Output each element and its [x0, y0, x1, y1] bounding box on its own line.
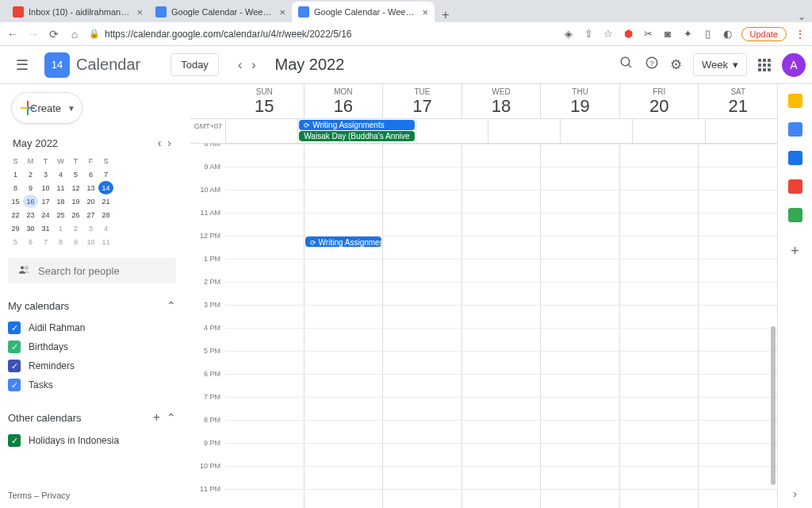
- allday-cell[interactable]: [560, 119, 632, 143]
- time-cell[interactable]: [304, 490, 383, 508]
- time-cell[interactable]: [619, 352, 699, 374]
- time-cell[interactable]: [540, 237, 619, 259]
- allday-cell[interactable]: [705, 119, 777, 143]
- update-button[interactable]: Update: [741, 27, 787, 41]
- day-header[interactable]: SAT21: [698, 84, 777, 118]
- time-cell[interactable]: [225, 329, 304, 351]
- time-cell[interactable]: [382, 467, 462, 489]
- share-icon[interactable]: ⇧: [583, 28, 595, 40]
- time-cell[interactable]: [619, 167, 699, 190]
- browser-tab[interactable]: Inbox (10) - aidilrahman017@g×: [6, 2, 149, 22]
- time-cell[interactable]: [619, 190, 699, 213]
- time-cell[interactable]: [304, 398, 383, 420]
- time-cell[interactable]: [382, 398, 462, 420]
- mini-day[interactable]: 13: [83, 181, 98, 194]
- sidepanel-app-icon[interactable]: [788, 122, 802, 137]
- time-cell[interactable]: [382, 144, 462, 167]
- calendar-checkbox[interactable]: [8, 321, 21, 334]
- time-cell[interactable]: [304, 375, 383, 397]
- time-cell[interactable]: [698, 283, 777, 305]
- calendar-item[interactable]: Holidays in Indonesia: [8, 431, 176, 450]
- time-cell[interactable]: [304, 306, 383, 328]
- time-cell[interactable]: [540, 144, 619, 167]
- time-cell[interactable]: [225, 352, 304, 374]
- time-cell[interactable]: [382, 167, 462, 190]
- mini-prev-icon[interactable]: ‹: [158, 137, 162, 149]
- mini-day[interactable]: 3: [83, 221, 98, 235]
- close-tab-icon[interactable]: ×: [422, 6, 428, 18]
- today-button[interactable]: Today: [170, 53, 219, 76]
- allday-event[interactable]: ⟳Writing Assignments: [299, 120, 414, 130]
- ext-icon-3[interactable]: ◙: [662, 28, 674, 40]
- time-cell[interactable]: [304, 352, 383, 374]
- time-cell[interactable]: [225, 214, 304, 236]
- view-selector[interactable]: Week ▾: [693, 53, 747, 76]
- time-cell[interactable]: [619, 467, 699, 489]
- time-cell[interactable]: [462, 444, 541, 466]
- time-cell[interactable]: [619, 421, 699, 443]
- time-cell[interactable]: [304, 444, 383, 466]
- mini-next-icon[interactable]: ›: [167, 137, 171, 149]
- mini-day[interactable]: 4: [98, 221, 113, 235]
- time-cell[interactable]: [540, 352, 619, 374]
- time-cell[interactable]: [382, 421, 462, 443]
- time-cell[interactable]: [382, 190, 462, 213]
- time-cell[interactable]: [225, 306, 304, 328]
- time-cell[interactable]: [698, 375, 777, 397]
- back-icon[interactable]: ←: [6, 28, 19, 40]
- mini-day[interactable]: 10: [83, 235, 98, 248]
- search-icon[interactable]: [619, 56, 634, 74]
- ext-icon-4[interactable]: ▯: [702, 28, 714, 40]
- mini-cal-title[interactable]: May 2022: [13, 137, 58, 149]
- time-cell[interactable]: [225, 467, 304, 489]
- ext-icon[interactable]: ◈: [563, 28, 575, 40]
- time-cell[interactable]: [619, 214, 699, 236]
- time-cell[interactable]: [382, 306, 462, 328]
- time-cell[interactable]: [462, 283, 541, 305]
- calendar-checkbox[interactable]: [8, 434, 21, 447]
- day-header[interactable]: THU19: [540, 84, 619, 118]
- time-cell[interactable]: [698, 421, 777, 443]
- other-calendars-toggle[interactable]: Other calendars +⌃: [8, 409, 176, 426]
- time-cell[interactable]: [225, 260, 304, 282]
- time-cell[interactable]: [225, 237, 304, 259]
- close-tab-icon[interactable]: ×: [279, 6, 285, 18]
- time-cell[interactable]: [462, 421, 541, 443]
- time-cell[interactable]: [462, 467, 541, 489]
- search-people-input[interactable]: [38, 265, 167, 277]
- time-cell[interactable]: [698, 167, 777, 190]
- browser-tab[interactable]: Google Calendar - Week of 15×: [292, 2, 435, 22]
- mini-day[interactable]: 20: [83, 194, 98, 208]
- mini-day[interactable]: 23: [23, 208, 38, 221]
- time-cell[interactable]: [225, 283, 304, 305]
- time-cell[interactable]: [225, 444, 304, 466]
- time-cell[interactable]: [540, 283, 619, 305]
- mini-day[interactable]: 11: [53, 181, 68, 194]
- time-cell[interactable]: [382, 329, 462, 351]
- create-button[interactable]: Create ▼: [11, 92, 82, 124]
- mini-day[interactable]: 2: [23, 167, 38, 181]
- time-cell[interactable]: [462, 214, 541, 236]
- mini-day[interactable]: 21: [98, 194, 113, 208]
- collapse-panel-icon[interactable]: ›: [793, 487, 797, 500]
- time-grid[interactable]: 8 AM9 AM10 AM11 AM12 PM⟳Writing Assignme…: [190, 144, 777, 508]
- time-cell[interactable]: [540, 421, 619, 443]
- time-cell[interactable]: [540, 260, 619, 282]
- time-cell[interactable]: [462, 398, 541, 420]
- sidepanel-app-icon[interactable]: [788, 208, 802, 222]
- mini-day[interactable]: 15: [8, 194, 23, 208]
- time-cell[interactable]: [225, 421, 304, 443]
- time-cell[interactable]: [382, 352, 462, 374]
- time-cell[interactable]: [225, 167, 304, 190]
- mini-day[interactable]: 8: [53, 235, 68, 248]
- my-calendars-toggle[interactable]: My calendars ⌃: [8, 298, 176, 314]
- star-icon[interactable]: ☆: [603, 28, 615, 40]
- mini-day[interactable]: 31: [38, 221, 53, 235]
- time-cell[interactable]: [619, 490, 699, 508]
- time-cell[interactable]: [619, 329, 699, 351]
- allday-cell[interactable]: [225, 119, 297, 143]
- time-cell[interactable]: [540, 467, 619, 489]
- time-cell[interactable]: [619, 306, 699, 328]
- mini-day[interactable]: 26: [68, 208, 83, 221]
- close-tab-icon[interactable]: ×: [136, 6, 143, 18]
